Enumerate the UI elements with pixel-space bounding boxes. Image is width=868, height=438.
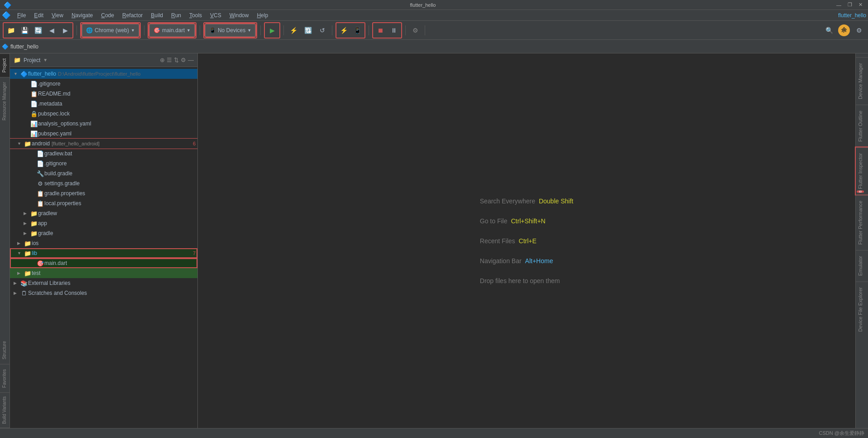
item-badge: 6 xyxy=(193,141,196,146)
flutter-inspector-tab[interactable]: Flutter Inspector 8 xyxy=(856,147,868,194)
menu-file[interactable]: File xyxy=(14,11,29,19)
flutter-performance-tab[interactable]: Flutter Performance xyxy=(856,195,868,250)
tree-item-app[interactable]: ▶ 📁 app xyxy=(10,218,197,228)
sidebar-btn-3[interactable]: ⇅ xyxy=(174,57,179,63)
sidebar-btn-minimize[interactable]: — xyxy=(188,57,194,63)
tree-root[interactable]: ▼ 🔷 flutter_hello D:\Android\flutterProc… xyxy=(10,69,197,79)
menu-run[interactable]: Run xyxy=(168,11,185,19)
tree-item-gitignore-root[interactable]: 📄 .gitignore xyxy=(10,79,197,89)
device-btn[interactable]: 📱 xyxy=(351,24,364,37)
tree-item-pubspec-yaml[interactable]: 📊 pubspec.yaml xyxy=(10,129,197,139)
tree-item-lib[interactable]: ▼ 📁 lib 7 xyxy=(10,248,197,258)
tree-item-scratches[interactable]: ▶ 🗒 Scratches and Consoles xyxy=(10,288,197,298)
item-label: pubspec.lock xyxy=(38,111,70,117)
menu-build[interactable]: Build xyxy=(147,11,167,19)
hot-reload-btn[interactable]: ⚡ xyxy=(287,24,300,37)
menu-view[interactable]: View xyxy=(48,11,67,19)
browser-dropdown[interactable]: 🌐 Chrome (web) ▼ xyxy=(82,24,139,37)
tree-item-readme[interactable]: 📋 README.md xyxy=(10,89,197,99)
tree-item-android[interactable]: ▼ 📁 android [flutter_hello_android] 6 xyxy=(10,139,197,149)
toolbar-divider-8 xyxy=(405,25,406,35)
favorites-tab[interactable]: Favorites xyxy=(0,365,10,393)
settings-btn[interactable]: ⚙ xyxy=(409,24,422,37)
menu-code[interactable]: Code xyxy=(97,11,118,19)
hint-navbar: Navigation Bar Alt+Home xyxy=(480,257,573,265)
left-vertical-strip: Project Resource Manager Structure Favor… xyxy=(0,53,10,428)
file-icon: 📄 xyxy=(36,150,44,157)
devices-dropdown[interactable]: 📱 No Devices ▼ xyxy=(205,24,255,37)
tree-item-gradle-props[interactable]: 📋 gradle.properties xyxy=(10,188,197,198)
arrow: ▶ xyxy=(17,271,24,275)
lightning-btn[interactable]: ⚡ xyxy=(337,24,350,37)
project-title: Project xyxy=(24,57,40,63)
tree-view[interactable]: ▼ 🔷 flutter_hello D:\Android\flutterProc… xyxy=(10,67,197,428)
reload-btn[interactable]: ↺ xyxy=(316,24,329,37)
emulator-tab[interactable]: Emulator xyxy=(856,250,868,281)
tree-item-settings-gradle[interactable]: ⚙ settings.gradle xyxy=(10,178,197,188)
arrow: ▼ xyxy=(17,251,24,255)
resource-manager-tab[interactable]: Resource Manager xyxy=(0,77,10,125)
maximize-button[interactable]: ❐ xyxy=(846,2,854,8)
tree-item-external-libs[interactable]: ▶ 📚 External Libraries xyxy=(10,278,197,288)
folder-icon: 📁 xyxy=(30,220,38,227)
tree-item-gradlew-folder[interactable]: ▶ 📁 gradlew xyxy=(10,208,197,218)
toolbar-divider-7 xyxy=(369,25,369,35)
search-icon[interactable]: 🔍 xyxy=(823,24,835,37)
tree-item-main-dart[interactable]: 🎯 main.dart xyxy=(10,258,197,268)
toolbar-back-btn[interactable]: ◀ xyxy=(45,24,58,37)
tree-item-pubspec-lock[interactable]: 🔒 pubspec.lock xyxy=(10,109,197,119)
folder-icon: 📁 xyxy=(24,140,32,147)
settings2-btn[interactable]: ⚙ xyxy=(853,24,865,37)
run-group: ▶ xyxy=(264,22,280,39)
device-manager-tab[interactable]: Device Manager xyxy=(856,57,868,105)
sidebar: 📁 Project ▼ ⊕ ☰ ⇅ ⚙ — ▼ 🔷 flutter_hello … xyxy=(10,53,198,428)
main-layout: Project Resource Manager Structure Favor… xyxy=(0,53,868,428)
record-btn[interactable]: ⏹ xyxy=(374,24,387,37)
toolbar-folder-btn[interactable]: 📁 xyxy=(5,24,17,37)
spacer xyxy=(0,125,10,337)
toolbar-save-btn[interactable]: 💾 xyxy=(18,24,31,37)
sidebar-btn-settings[interactable]: ⚙ xyxy=(181,57,186,63)
sidebar-btn-2[interactable]: ☰ xyxy=(167,57,172,63)
tree-item-local-props[interactable]: 📋 local.properties xyxy=(10,198,197,208)
tree-item-gradle-folder[interactable]: ▶ 📁 gradle xyxy=(10,228,197,238)
tree-item-gitignore-android[interactable]: 📄 .gitignore xyxy=(10,159,197,168)
menu-window[interactable]: Window xyxy=(226,11,253,19)
tree-item-analysis[interactable]: 📊 analysis_options.yaml xyxy=(10,119,197,129)
flutter-outline-tab[interactable]: Flutter Outline xyxy=(856,105,868,147)
pause-btn[interactable]: ⏸ xyxy=(388,24,400,37)
tree-item-ios[interactable]: ▶ 📁 ios xyxy=(10,238,197,248)
structure-tab[interactable]: Structure xyxy=(0,337,10,365)
flutter-tab-label: flutter_hello xyxy=(10,43,38,50)
tree-item-build-gradle[interactable]: 🔧 build.gradle xyxy=(10,168,197,178)
toolbar-forward-btn[interactable]: ▶ xyxy=(59,24,72,37)
arrow: ▶ xyxy=(14,291,20,295)
refresh-btn[interactable]: 🔃 xyxy=(302,24,314,37)
minimize-button[interactable]: — xyxy=(834,2,843,8)
toolbar-sync-btn[interactable]: 🔄 xyxy=(32,24,44,37)
sidebar-btn-1[interactable]: ⊕ xyxy=(160,57,165,63)
folder-icon: 📁 xyxy=(24,250,32,257)
close-button[interactable]: ✕ xyxy=(857,2,864,8)
menu-vcs[interactable]: VCS xyxy=(206,11,225,19)
tree-item-test[interactable]: ▶ 📁 test xyxy=(10,268,197,278)
item-label: External Libraries xyxy=(28,280,70,286)
menu-help[interactable]: Help xyxy=(253,11,272,19)
menu-navigate[interactable]: Navigate xyxy=(68,11,96,19)
dart-icon: 🎯 xyxy=(36,260,44,267)
menu-refactor[interactable]: Refactor xyxy=(119,11,146,19)
project-arrow[interactable]: ▼ xyxy=(43,58,48,63)
build-variants-tab[interactable]: Build Variants xyxy=(0,393,10,428)
project-vertical-tab[interactable]: Project xyxy=(0,53,10,77)
menu-edit[interactable]: Edit xyxy=(30,11,47,19)
file-dropdown[interactable]: 🎯 main.dart ▼ xyxy=(149,24,195,37)
menu-tools[interactable]: Tools xyxy=(186,11,206,19)
tree-item-metadata[interactable]: 📄 .metadata xyxy=(10,99,197,109)
device-file-explorer-tab[interactable]: Device File Explorer xyxy=(856,281,868,337)
run-button[interactable]: ▶ xyxy=(266,24,278,37)
arrow: ▶ xyxy=(24,211,30,216)
editor-area[interactable]: Search Everywhere Double Shift Go to Fil… xyxy=(198,53,855,428)
item-label: build.gradle xyxy=(44,170,72,177)
tree-item-gradlew-bat[interactable]: 📄 gradlew.bat xyxy=(10,149,197,159)
folder-icon: 📁 xyxy=(24,270,32,277)
